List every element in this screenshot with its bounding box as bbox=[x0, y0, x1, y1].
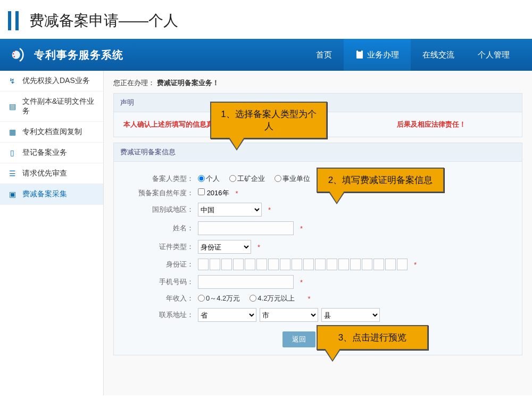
collect-icon: ▣ bbox=[7, 189, 17, 199]
radio-individual[interactable] bbox=[198, 175, 205, 182]
province-select[interactable]: 省 bbox=[198, 308, 256, 322]
callout-3-text: 3、点击进行预览 bbox=[338, 332, 406, 343]
required-mark: * bbox=[236, 189, 238, 197]
year-checkbox-wrap[interactable]: 2016年 bbox=[198, 188, 229, 198]
sidebar-item-copies[interactable]: ▤文件副本&证明文件业务 bbox=[0, 92, 103, 122]
svg-point-3 bbox=[14, 56, 15, 57]
nav-home[interactable]: 首页 bbox=[304, 39, 344, 71]
svg-point-1 bbox=[14, 51, 15, 52]
idtype-select[interactable]: 身份证 bbox=[198, 240, 251, 254]
crumb-current: 费减证明备案业务！ bbox=[157, 79, 219, 87]
phone-input[interactable] bbox=[198, 275, 294, 289]
title-accent bbox=[8, 11, 11, 30]
required-mark: * bbox=[268, 206, 271, 214]
page-title-text: 费减备案申请——个人 bbox=[29, 11, 178, 31]
row-idnum: 身份证： * bbox=[123, 259, 512, 270]
required-mark: * bbox=[300, 278, 303, 286]
opt-institution[interactable]: 事业单位 bbox=[275, 174, 310, 184]
phone-icon: ▯ bbox=[7, 148, 17, 157]
radio-income-high[interactable] bbox=[250, 295, 256, 302]
svg-rect-5 bbox=[358, 49, 361, 52]
sidebar: ↯优先权接入DAS业务 ▤文件副本&证明文件业务 ▦专利文档查阅复制 ▯登记备案… bbox=[0, 71, 104, 395]
label-income: 年收入： bbox=[123, 294, 198, 303]
required-mark: * bbox=[257, 243, 260, 251]
app-name: 专利事务服务系统 bbox=[34, 48, 123, 62]
sidebar-item-archive[interactable]: ▦专利文档查阅复制 bbox=[0, 122, 103, 143]
label-phone: 手机号码： bbox=[123, 277, 198, 287]
label-address: 联系地址： bbox=[123, 310, 198, 320]
sidebar-item-label: 优先权接入DAS业务 bbox=[22, 76, 90, 86]
label-idtype: 证件类型： bbox=[123, 242, 198, 252]
sidebar-item-label: 文件副本&证明文件业务 bbox=[22, 97, 96, 116]
app-logo-icon bbox=[11, 46, 29, 64]
county-select[interactable]: 县 bbox=[321, 308, 380, 322]
label-year: 预备案自然年度： bbox=[123, 188, 198, 198]
link-icon: ↯ bbox=[7, 76, 17, 86]
callout-2-text: 2、填写费减证明备案信息 bbox=[328, 175, 433, 185]
breadcrumb: 您正在办理： 费减证明备案业务！ bbox=[113, 78, 522, 88]
required-mark: * bbox=[307, 295, 310, 303]
nav-business[interactable]: 业务办理 bbox=[344, 39, 411, 71]
svg-point-0 bbox=[12, 51, 20, 59]
row-phone: 手机号码： * bbox=[123, 275, 512, 289]
callout-3: 3、点击进行预览 bbox=[317, 325, 428, 350]
svg-rect-4 bbox=[356, 51, 363, 59]
app-logo-wrap: 专利事务服务系统 bbox=[11, 46, 123, 64]
svg-point-2 bbox=[13, 53, 14, 55]
row-idtype: 证件类型： 身份证 * bbox=[123, 240, 512, 254]
label-name: 姓名： bbox=[123, 223, 198, 233]
label-idnum: 身份证： bbox=[123, 260, 198, 269]
callout-1: 1、选择备案人类型为个人 bbox=[210, 102, 327, 139]
row-name: 姓名： * bbox=[123, 221, 512, 235]
nav-home-label: 首页 bbox=[316, 50, 332, 60]
nav-business-label: 业务办理 bbox=[367, 50, 399, 60]
files-icon: ▦ bbox=[7, 127, 17, 137]
sidebar-item-label: 专利文档查阅复制 bbox=[22, 127, 82, 137]
radio-institution[interactable] bbox=[275, 175, 281, 182]
list-icon: ☰ bbox=[7, 169, 17, 178]
income-low[interactable]: 0～4.2万元 bbox=[198, 294, 240, 303]
label-applicant-type: 备案人类型： bbox=[123, 174, 198, 184]
year-checkbox[interactable] bbox=[198, 188, 205, 195]
sidebar-item-priority[interactable]: ☰请求优先审查 bbox=[0, 163, 103, 184]
sidebar-item-register[interactable]: ▯登记备案业务 bbox=[0, 143, 103, 163]
app-header: 专利事务服务系统 首页 业务办理 在线交流 个人管理 bbox=[0, 39, 532, 71]
panel-info-header: 费减证明备案信息 bbox=[114, 143, 522, 162]
title-accent2 bbox=[15, 11, 19, 30]
nav-personal-label: 个人管理 bbox=[478, 50, 510, 60]
doc-icon: ▤ bbox=[7, 102, 17, 111]
row-income: 年收入： 0～4.2万元 4.2万元以上 * bbox=[123, 294, 512, 303]
required-mark: * bbox=[414, 261, 417, 269]
content-wrap: ↯优先权接入DAS业务 ▤文件副本&证明文件业务 ▦专利文档查阅复制 ▯登记备案… bbox=[0, 71, 532, 395]
declaration-text-right: 后果及相应法律责任！ bbox=[397, 120, 466, 128]
clipboard-icon bbox=[355, 49, 364, 61]
opt-individual[interactable]: 个人 bbox=[198, 174, 220, 184]
sidebar-item-label: 费减备案采集 bbox=[22, 189, 67, 199]
nav-chat[interactable]: 在线交流 bbox=[411, 39, 466, 71]
back-button[interactable]: 返回 bbox=[282, 331, 315, 347]
callout-2: 2、填写费减证明备案信息 bbox=[317, 168, 444, 193]
nav-personal[interactable]: 个人管理 bbox=[466, 39, 521, 71]
sidebar-item-feereduce[interactable]: ▣费减备案采集 bbox=[0, 184, 103, 205]
page-title: 费减备案申请——个人 bbox=[0, 0, 532, 39]
name-input[interactable] bbox=[198, 221, 294, 235]
radio-enterprise[interactable] bbox=[229, 175, 236, 182]
main: 您正在办理： 费减证明备案业务！ 声明 本人确认上述所填写的信息真实可 XXXX… bbox=[104, 71, 532, 395]
callout-1-text: 1、选择备案人类型为个人 bbox=[221, 109, 316, 131]
id-cells[interactable] bbox=[198, 259, 408, 270]
row-country: 国别或地区： 中国 * bbox=[123, 203, 512, 217]
sidebar-item-das[interactable]: ↯优先权接入DAS业务 bbox=[0, 71, 103, 92]
label-country: 国别或地区： bbox=[123, 205, 198, 214]
nav-chat-label: 在线交流 bbox=[422, 50, 454, 60]
row-address: 联系地址： 省 市 县 bbox=[123, 308, 512, 322]
year-value: 2016年 bbox=[207, 189, 229, 197]
radio-income-low[interactable] bbox=[198, 295, 205, 302]
country-select[interactable]: 中国 bbox=[198, 203, 262, 217]
required-mark: * bbox=[300, 225, 303, 232]
sidebar-item-label: 登记备案业务 bbox=[22, 148, 67, 157]
income-high[interactable]: 4.2万元以上 bbox=[250, 294, 295, 303]
city-select[interactable]: 市 bbox=[260, 308, 318, 322]
crumb-prefix: 您正在办理： bbox=[113, 79, 155, 87]
sidebar-item-label: 请求优先审查 bbox=[22, 169, 67, 178]
opt-enterprise[interactable]: 工矿企业 bbox=[229, 174, 265, 184]
